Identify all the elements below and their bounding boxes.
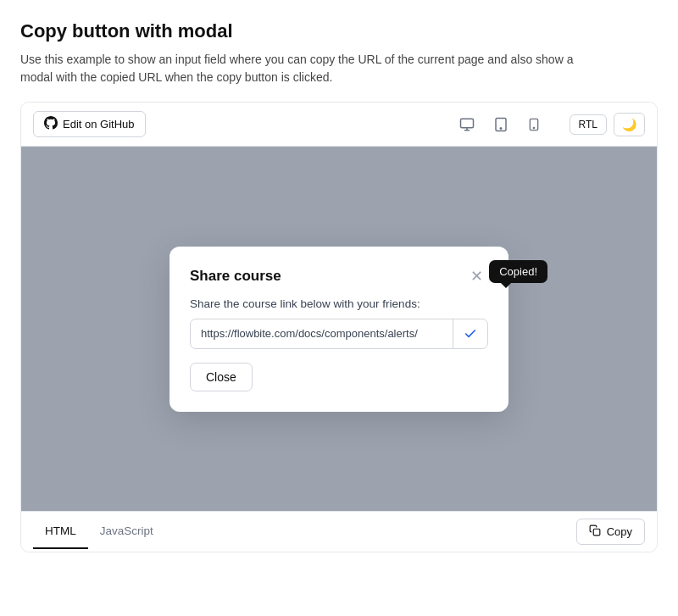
github-icon	[44, 116, 58, 132]
modal-dialog: Share course Copied! ✕ Share the course …	[170, 247, 508, 412]
svg-point-2	[500, 127, 502, 129]
mobile-view-button[interactable]	[524, 114, 544, 136]
edit-github-label: Edit on GitHub	[63, 118, 135, 130]
copy-check-button[interactable]	[453, 319, 487, 348]
toolbar-icons	[456, 114, 544, 136]
tab-html[interactable]: HTML	[33, 514, 88, 549]
modal-title: Share course	[190, 268, 281, 285]
modal-close-btn[interactable]: Close	[190, 363, 253, 391]
demo-card: Edit on GitHub	[20, 102, 658, 552]
toolbar-right: RTL 🌙	[570, 113, 645, 136]
copy-code-button[interactable]: Copy	[576, 519, 645, 545]
page-description: Use this example to show an input field …	[20, 51, 597, 86]
demo-toolbar: Edit on GitHub	[21, 103, 657, 147]
modal-header-right: Copied! ✕	[465, 267, 488, 286]
demo-preview: Share course Copied! ✕ Share the course …	[21, 147, 657, 511]
url-input-row	[190, 319, 488, 349]
page-title: Copy button with modal	[20, 20, 658, 42]
svg-rect-0	[460, 119, 473, 128]
svg-point-4	[533, 127, 534, 128]
url-input[interactable]	[191, 319, 453, 347]
demo-tabs: HTML JavaScript Copy	[21, 511, 657, 552]
modal-header: Share course Copied! ✕	[190, 267, 488, 286]
copy-code-label: Copy	[607, 525, 632, 538]
edit-github-button[interactable]: Edit on GitHub	[33, 111, 146, 137]
tab-javascript[interactable]: JavaScript	[88, 514, 165, 549]
desktop-view-button[interactable]	[456, 114, 478, 136]
svg-rect-5	[593, 529, 600, 536]
modal-body-label: Share the course link below with your fr…	[190, 297, 488, 310]
tablet-view-button[interactable]	[490, 114, 512, 136]
moon-icon: 🌙	[622, 118, 636, 131]
dark-mode-button[interactable]: 🌙	[614, 113, 645, 136]
modal-close-button[interactable]: ✕	[465, 267, 488, 286]
copied-tooltip: Copied!	[489, 260, 547, 283]
rtl-button[interactable]: RTL	[570, 114, 607, 135]
copy-icon	[589, 524, 601, 539]
